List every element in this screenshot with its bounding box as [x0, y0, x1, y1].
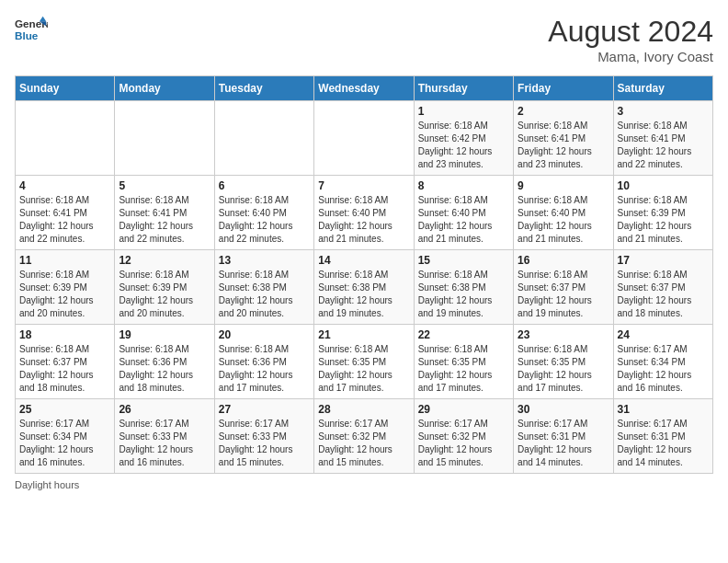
day-info: Sunrise: 6:18 AMSunset: 6:42 PMDaylight:…: [418, 120, 509, 171]
day-info: Sunrise: 6:18 AMSunset: 6:40 PMDaylight:…: [318, 194, 409, 246]
day-number: 16: [518, 254, 609, 267]
day-number: 10: [618, 179, 709, 192]
day-number: 18: [19, 328, 110, 341]
day-number: 14: [318, 254, 409, 267]
day-info: Sunrise: 6:18 AMSunset: 6:40 PMDaylight:…: [219, 194, 310, 246]
day-of-week-header: Tuesday: [214, 76, 313, 101]
day-number: 4: [19, 179, 110, 192]
calendar-cell: 24Sunrise: 6:17 AMSunset: 6:34 PMDayligh…: [613, 325, 712, 399]
day-info: Sunrise: 6:18 AMSunset: 6:37 PMDaylight:…: [19, 343, 110, 395]
svg-text:Blue: Blue: [15, 29, 39, 41]
calendar-cell: 3Sunrise: 6:18 AMSunset: 6:41 PMDaylight…: [613, 101, 712, 176]
day-number: 17: [618, 254, 709, 267]
calendar-cell: 2Sunrise: 6:18 AMSunset: 6:41 PMDaylight…: [514, 101, 613, 176]
location-subtitle: Mama, Ivory Coast: [548, 49, 713, 64]
day-of-week-header: Friday: [514, 76, 613, 101]
day-number: 29: [418, 403, 509, 416]
day-of-week-header: Thursday: [414, 76, 513, 101]
day-number: 2: [518, 105, 609, 118]
calendar-cell: 14Sunrise: 6:18 AMSunset: 6:38 PMDayligh…: [314, 250, 414, 325]
calendar-header: SundayMondayTuesdayWednesdayThursdayFrid…: [16, 76, 713, 101]
day-info: Sunrise: 6:17 AMSunset: 6:34 PMDaylight:…: [618, 343, 709, 395]
day-info: Sunrise: 6:18 AMSunset: 6:41 PMDaylight:…: [19, 194, 110, 246]
day-info: Sunrise: 6:18 AMSunset: 6:38 PMDaylight:…: [418, 269, 509, 320]
day-of-week-header: Sunday: [16, 76, 115, 101]
day-number: 9: [518, 179, 609, 192]
day-info: Sunrise: 6:18 AMSunset: 6:41 PMDaylight:…: [518, 120, 609, 171]
day-number: 26: [119, 403, 210, 416]
calendar-cell: 25Sunrise: 6:17 AMSunset: 6:34 PMDayligh…: [16, 399, 115, 474]
calendar-cell: 20Sunrise: 6:18 AMSunset: 6:36 PMDayligh…: [214, 325, 313, 399]
calendar-cell: 9Sunrise: 6:18 AMSunset: 6:40 PMDaylight…: [514, 176, 613, 250]
day-info: Sunrise: 6:18 AMSunset: 6:38 PMDaylight:…: [219, 269, 310, 320]
day-info: Sunrise: 6:18 AMSunset: 6:36 PMDaylight:…: [119, 343, 210, 395]
day-info: Sunrise: 6:18 AMSunset: 6:40 PMDaylight:…: [418, 194, 509, 246]
day-number: 25: [19, 403, 110, 416]
day-number: 11: [19, 254, 110, 267]
calendar-cell: 28Sunrise: 6:17 AMSunset: 6:32 PMDayligh…: [314, 399, 414, 474]
day-info: Sunrise: 6:18 AMSunset: 6:40 PMDaylight:…: [518, 194, 609, 246]
day-number: 30: [518, 403, 609, 416]
calendar-cell: 18Sunrise: 6:18 AMSunset: 6:37 PMDayligh…: [16, 325, 115, 399]
calendar-cell: 11Sunrise: 6:18 AMSunset: 6:39 PMDayligh…: [16, 250, 115, 325]
month-year-title: August 2024: [548, 15, 713, 49]
calendar-cell: 26Sunrise: 6:17 AMSunset: 6:33 PMDayligh…: [115, 399, 214, 474]
calendar-cell: [214, 101, 313, 176]
day-number: 1: [418, 105, 509, 118]
calendar-cell: 17Sunrise: 6:18 AMSunset: 6:37 PMDayligh…: [613, 250, 712, 325]
day-info: Sunrise: 6:17 AMSunset: 6:32 PMDaylight:…: [418, 418, 509, 469]
calendar-cell: 10Sunrise: 6:18 AMSunset: 6:39 PMDayligh…: [613, 176, 712, 250]
day-number: 20: [219, 328, 310, 341]
day-of-week-header: Monday: [115, 76, 214, 101]
day-number: 21: [318, 328, 409, 341]
day-number: 31: [618, 403, 709, 416]
calendar-cell: 27Sunrise: 6:17 AMSunset: 6:33 PMDayligh…: [214, 399, 313, 474]
day-info: Sunrise: 6:18 AMSunset: 6:39 PMDaylight:…: [19, 269, 110, 320]
day-number: 3: [618, 105, 709, 118]
day-number: 7: [318, 179, 409, 192]
day-number: 28: [318, 403, 409, 416]
day-number: 19: [119, 328, 210, 341]
title-area: August 2024 Mama, Ivory Coast: [548, 15, 713, 64]
day-info: Sunrise: 6:18 AMSunset: 6:41 PMDaylight:…: [119, 194, 210, 246]
day-number: 12: [119, 254, 210, 267]
day-number: 23: [518, 328, 609, 341]
calendar-cell: [314, 101, 414, 176]
day-number: 5: [119, 179, 210, 192]
day-info: Sunrise: 6:18 AMSunset: 6:39 PMDaylight:…: [119, 269, 210, 320]
day-number: 8: [418, 179, 509, 192]
day-info: Sunrise: 6:17 AMSunset: 6:34 PMDaylight:…: [19, 418, 110, 469]
day-info: Sunrise: 6:18 AMSunset: 6:38 PMDaylight:…: [318, 269, 409, 320]
day-number: 24: [618, 328, 709, 341]
day-info: Sunrise: 6:17 AMSunset: 6:33 PMDaylight:…: [219, 418, 310, 469]
day-info: Sunrise: 6:18 AMSunset: 6:37 PMDaylight:…: [518, 269, 609, 320]
day-info: Sunrise: 6:18 AMSunset: 6:39 PMDaylight:…: [618, 194, 709, 246]
calendar-cell: 4Sunrise: 6:18 AMSunset: 6:41 PMDaylight…: [16, 176, 115, 250]
logo: General Blue: [15, 15, 48, 48]
day-number: 6: [219, 179, 310, 192]
page-header: General Blue August 2024 Mama, Ivory Coa…: [15, 15, 713, 64]
calendar-cell: 22Sunrise: 6:18 AMSunset: 6:35 PMDayligh…: [414, 325, 513, 399]
day-of-week-header: Saturday: [613, 76, 712, 101]
calendar-cell: [16, 101, 115, 176]
day-info: Sunrise: 6:17 AMSunset: 6:31 PMDaylight:…: [518, 418, 609, 469]
day-info: Sunrise: 6:18 AMSunset: 6:41 PMDaylight:…: [618, 120, 709, 171]
calendar-table: SundayMondayTuesdayWednesdayThursdayFrid…: [15, 75, 713, 474]
calendar-cell: 12Sunrise: 6:18 AMSunset: 6:39 PMDayligh…: [115, 250, 214, 325]
footer-note: Daylight hours: [15, 479, 713, 490]
calendar-cell: 15Sunrise: 6:18 AMSunset: 6:38 PMDayligh…: [414, 250, 513, 325]
calendar-cell: 23Sunrise: 6:18 AMSunset: 6:35 PMDayligh…: [514, 325, 613, 399]
calendar-cell: 1Sunrise: 6:18 AMSunset: 6:42 PMDaylight…: [414, 101, 513, 176]
calendar-cell: 8Sunrise: 6:18 AMSunset: 6:40 PMDaylight…: [414, 176, 513, 250]
calendar-cell: [115, 101, 214, 176]
day-number: 22: [418, 328, 509, 341]
calendar-cell: 21Sunrise: 6:18 AMSunset: 6:35 PMDayligh…: [314, 325, 414, 399]
day-number: 15: [418, 254, 509, 267]
day-info: Sunrise: 6:17 AMSunset: 6:31 PMDaylight:…: [618, 418, 709, 469]
logo-icon: General Blue: [15, 15, 48, 48]
day-info: Sunrise: 6:18 AMSunset: 6:35 PMDaylight:…: [318, 343, 409, 395]
calendar-cell: 31Sunrise: 6:17 AMSunset: 6:31 PMDayligh…: [613, 399, 712, 474]
day-number: 27: [219, 403, 310, 416]
day-info: Sunrise: 6:18 AMSunset: 6:37 PMDaylight:…: [618, 269, 709, 320]
calendar-cell: 19Sunrise: 6:18 AMSunset: 6:36 PMDayligh…: [115, 325, 214, 399]
